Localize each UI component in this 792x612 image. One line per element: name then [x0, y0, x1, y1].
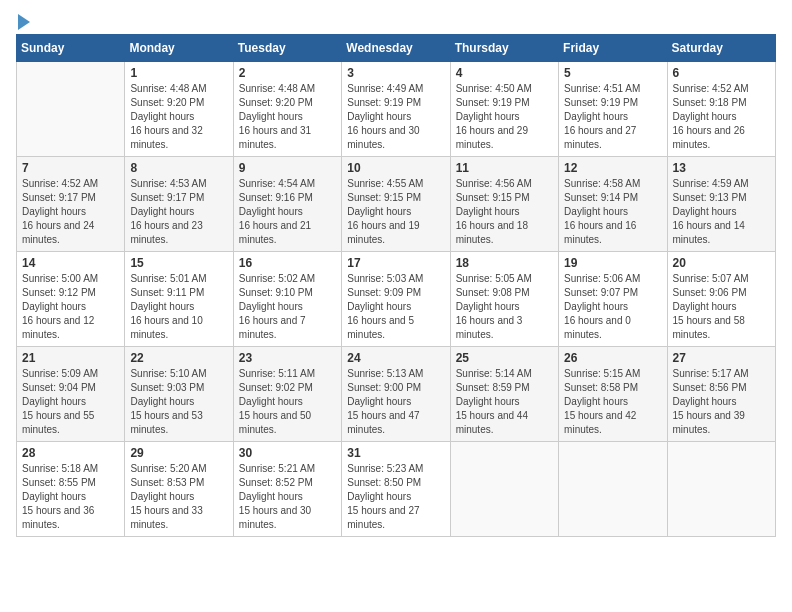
day-cell: 5 Sunrise: 4:51 AM Sunset: 9:19 PM Dayli…	[559, 62, 667, 157]
day-info: Sunrise: 5:21 AM Sunset: 8:52 PM Dayligh…	[239, 462, 336, 532]
day-info: Sunrise: 4:58 AM Sunset: 9:14 PM Dayligh…	[564, 177, 661, 247]
day-number: 28	[22, 446, 119, 460]
day-info: Sunrise: 4:48 AM Sunset: 9:20 PM Dayligh…	[130, 82, 227, 152]
day-cell: 31 Sunrise: 5:23 AM Sunset: 8:50 PM Dayl…	[342, 442, 450, 537]
day-number: 20	[673, 256, 770, 270]
day-info: Sunrise: 5:07 AM Sunset: 9:06 PM Dayligh…	[673, 272, 770, 342]
week-row-1: 1 Sunrise: 4:48 AM Sunset: 9:20 PM Dayli…	[17, 62, 776, 157]
day-cell	[17, 62, 125, 157]
day-cell: 3 Sunrise: 4:49 AM Sunset: 9:19 PM Dayli…	[342, 62, 450, 157]
day-info: Sunrise: 4:54 AM Sunset: 9:16 PM Dayligh…	[239, 177, 336, 247]
day-info: Sunrise: 4:56 AM Sunset: 9:15 PM Dayligh…	[456, 177, 553, 247]
day-number: 13	[673, 161, 770, 175]
day-cell: 11 Sunrise: 4:56 AM Sunset: 9:15 PM Dayl…	[450, 157, 558, 252]
day-info: Sunrise: 4:48 AM Sunset: 9:20 PM Dayligh…	[239, 82, 336, 152]
day-cell: 30 Sunrise: 5:21 AM Sunset: 8:52 PM Dayl…	[233, 442, 341, 537]
day-number: 14	[22, 256, 119, 270]
day-cell: 6 Sunrise: 4:52 AM Sunset: 9:18 PM Dayli…	[667, 62, 775, 157]
day-cell	[667, 442, 775, 537]
day-info: Sunrise: 5:03 AM Sunset: 9:09 PM Dayligh…	[347, 272, 444, 342]
day-info: Sunrise: 5:11 AM Sunset: 9:02 PM Dayligh…	[239, 367, 336, 437]
day-info: Sunrise: 5:02 AM Sunset: 9:10 PM Dayligh…	[239, 272, 336, 342]
day-cell: 2 Sunrise: 4:48 AM Sunset: 9:20 PM Dayli…	[233, 62, 341, 157]
day-cell: 13 Sunrise: 4:59 AM Sunset: 9:13 PM Dayl…	[667, 157, 775, 252]
day-cell: 22 Sunrise: 5:10 AM Sunset: 9:03 PM Dayl…	[125, 347, 233, 442]
day-cell: 18 Sunrise: 5:05 AM Sunset: 9:08 PM Dayl…	[450, 252, 558, 347]
day-cell: 14 Sunrise: 5:00 AM Sunset: 9:12 PM Dayl…	[17, 252, 125, 347]
week-row-5: 28 Sunrise: 5:18 AM Sunset: 8:55 PM Dayl…	[17, 442, 776, 537]
week-row-2: 7 Sunrise: 4:52 AM Sunset: 9:17 PM Dayli…	[17, 157, 776, 252]
day-number: 30	[239, 446, 336, 460]
day-info: Sunrise: 4:59 AM Sunset: 9:13 PM Dayligh…	[673, 177, 770, 247]
day-info: Sunrise: 5:00 AM Sunset: 9:12 PM Dayligh…	[22, 272, 119, 342]
day-info: Sunrise: 4:53 AM Sunset: 9:17 PM Dayligh…	[130, 177, 227, 247]
day-cell: 10 Sunrise: 4:55 AM Sunset: 9:15 PM Dayl…	[342, 157, 450, 252]
week-row-4: 21 Sunrise: 5:09 AM Sunset: 9:04 PM Dayl…	[17, 347, 776, 442]
day-info: Sunrise: 5:23 AM Sunset: 8:50 PM Dayligh…	[347, 462, 444, 532]
day-header-thursday: Thursday	[450, 35, 558, 62]
day-cell: 21 Sunrise: 5:09 AM Sunset: 9:04 PM Dayl…	[17, 347, 125, 442]
day-number: 1	[130, 66, 227, 80]
day-cell: 23 Sunrise: 5:11 AM Sunset: 9:02 PM Dayl…	[233, 347, 341, 442]
day-number: 22	[130, 351, 227, 365]
day-header-saturday: Saturday	[667, 35, 775, 62]
day-number: 11	[456, 161, 553, 175]
calendar-table: SundayMondayTuesdayWednesdayThursdayFrid…	[16, 34, 776, 537]
day-info: Sunrise: 4:50 AM Sunset: 9:19 PM Dayligh…	[456, 82, 553, 152]
day-info: Sunrise: 4:51 AM Sunset: 9:19 PM Dayligh…	[564, 82, 661, 152]
week-row-3: 14 Sunrise: 5:00 AM Sunset: 9:12 PM Dayl…	[17, 252, 776, 347]
day-header-sunday: Sunday	[17, 35, 125, 62]
day-info: Sunrise: 4:55 AM Sunset: 9:15 PM Dayligh…	[347, 177, 444, 247]
day-cell: 28 Sunrise: 5:18 AM Sunset: 8:55 PM Dayl…	[17, 442, 125, 537]
day-number: 24	[347, 351, 444, 365]
day-cell: 19 Sunrise: 5:06 AM Sunset: 9:07 PM Dayl…	[559, 252, 667, 347]
day-cell: 27 Sunrise: 5:17 AM Sunset: 8:56 PM Dayl…	[667, 347, 775, 442]
day-cell: 26 Sunrise: 5:15 AM Sunset: 8:58 PM Dayl…	[559, 347, 667, 442]
day-cell: 16 Sunrise: 5:02 AM Sunset: 9:10 PM Dayl…	[233, 252, 341, 347]
day-info: Sunrise: 5:17 AM Sunset: 8:56 PM Dayligh…	[673, 367, 770, 437]
day-number: 26	[564, 351, 661, 365]
day-info: Sunrise: 4:52 AM Sunset: 9:17 PM Dayligh…	[22, 177, 119, 247]
day-number: 19	[564, 256, 661, 270]
day-number: 9	[239, 161, 336, 175]
header-row: SundayMondayTuesdayWednesdayThursdayFrid…	[17, 35, 776, 62]
day-info: Sunrise: 5:09 AM Sunset: 9:04 PM Dayligh…	[22, 367, 119, 437]
day-cell: 25 Sunrise: 5:14 AM Sunset: 8:59 PM Dayl…	[450, 347, 558, 442]
day-cell: 4 Sunrise: 4:50 AM Sunset: 9:19 PM Dayli…	[450, 62, 558, 157]
day-info: Sunrise: 5:01 AM Sunset: 9:11 PM Dayligh…	[130, 272, 227, 342]
day-info: Sunrise: 5:05 AM Sunset: 9:08 PM Dayligh…	[456, 272, 553, 342]
day-number: 31	[347, 446, 444, 460]
day-cell: 9 Sunrise: 4:54 AM Sunset: 9:16 PM Dayli…	[233, 157, 341, 252]
day-cell: 8 Sunrise: 4:53 AM Sunset: 9:17 PM Dayli…	[125, 157, 233, 252]
day-info: Sunrise: 4:52 AM Sunset: 9:18 PM Dayligh…	[673, 82, 770, 152]
day-cell	[450, 442, 558, 537]
day-header-friday: Friday	[559, 35, 667, 62]
day-header-monday: Monday	[125, 35, 233, 62]
day-number: 21	[22, 351, 119, 365]
page-header	[16, 16, 776, 26]
day-cell: 24 Sunrise: 5:13 AM Sunset: 9:00 PM Dayl…	[342, 347, 450, 442]
day-cell: 12 Sunrise: 4:58 AM Sunset: 9:14 PM Dayl…	[559, 157, 667, 252]
day-info: Sunrise: 5:14 AM Sunset: 8:59 PM Dayligh…	[456, 367, 553, 437]
day-number: 29	[130, 446, 227, 460]
day-number: 5	[564, 66, 661, 80]
day-cell: 1 Sunrise: 4:48 AM Sunset: 9:20 PM Dayli…	[125, 62, 233, 157]
day-number: 12	[564, 161, 661, 175]
day-number: 4	[456, 66, 553, 80]
day-number: 15	[130, 256, 227, 270]
day-cell: 7 Sunrise: 4:52 AM Sunset: 9:17 PM Dayli…	[17, 157, 125, 252]
day-info: Sunrise: 5:18 AM Sunset: 8:55 PM Dayligh…	[22, 462, 119, 532]
day-number: 25	[456, 351, 553, 365]
day-info: Sunrise: 4:49 AM Sunset: 9:19 PM Dayligh…	[347, 82, 444, 152]
day-number: 16	[239, 256, 336, 270]
day-number: 18	[456, 256, 553, 270]
day-number: 7	[22, 161, 119, 175]
day-info: Sunrise: 5:15 AM Sunset: 8:58 PM Dayligh…	[564, 367, 661, 437]
day-number: 23	[239, 351, 336, 365]
logo	[16, 16, 30, 26]
day-number: 2	[239, 66, 336, 80]
day-cell: 20 Sunrise: 5:07 AM Sunset: 9:06 PM Dayl…	[667, 252, 775, 347]
day-header-tuesday: Tuesday	[233, 35, 341, 62]
day-cell	[559, 442, 667, 537]
day-info: Sunrise: 5:06 AM Sunset: 9:07 PM Dayligh…	[564, 272, 661, 342]
